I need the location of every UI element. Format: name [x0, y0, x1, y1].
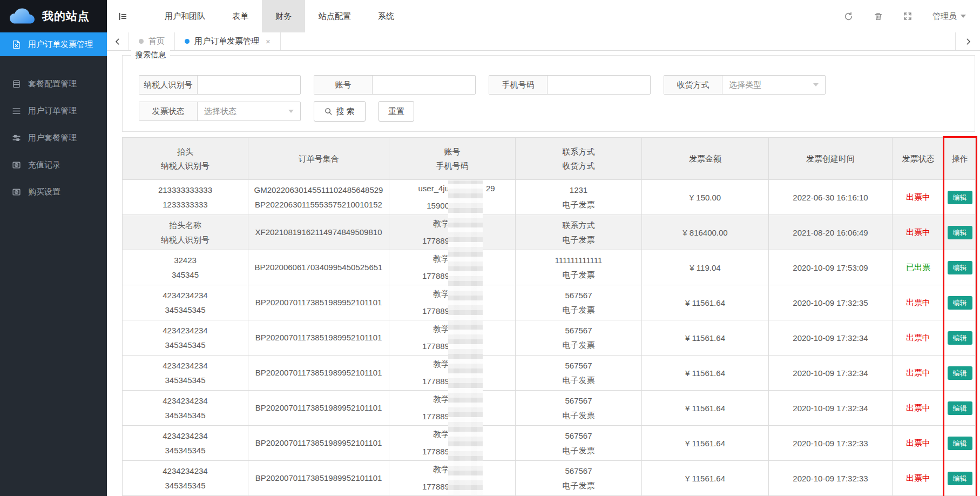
table-row: 32423345345BP20200606170340995450525651教… — [123, 250, 976, 285]
nav-item-system[interactable]: 系统 — [364, 0, 408, 32]
cell-amount: ¥ 119.04 — [642, 250, 769, 285]
phone-text: 177889 — [422, 446, 449, 458]
search-input-account[interactable] — [373, 76, 475, 94]
search-field-label: 收货方式 — [664, 76, 722, 94]
search-field-invoice-status: 发票状态选择状态 — [139, 102, 301, 121]
sidebar-collapse-button[interactable] — [107, 0, 138, 32]
cell-line: 567567 — [516, 465, 641, 477]
cell-title: 4234234234345345345 — [123, 461, 248, 496]
sidebar-item-user-order-invoice-mgmt[interactable]: 用户订单发票管理 — [0, 32, 107, 56]
cell-contact: 567567电子发票 — [516, 391, 642, 426]
search-field-phone: 手机号码 — [489, 75, 651, 95]
edit-button[interactable]: 编辑 — [948, 261, 972, 274]
cell-line: 4234234234 — [123, 360, 247, 372]
search-input-taxpayer-id[interactable] — [198, 76, 300, 94]
sidebar-item-label: 用户订单发票管理 — [28, 39, 93, 50]
table-row: 4234234234345345345BP2020070117385198995… — [123, 285, 976, 320]
cell-line: 电子发票 — [516, 199, 641, 211]
account-text: 教学 — [433, 323, 449, 335]
sidebar-item-package-config-mgmt[interactable]: 套餐配置管理 — [0, 72, 107, 96]
phone-text: 15900 — [427, 200, 449, 212]
cell-line: 345345345 — [123, 374, 247, 386]
tabs-scroll-right-button[interactable] — [955, 32, 980, 50]
invoice-table: 抬头纳税人识别号订单号集合账号手机号码联系方式收货方式发票金额发票创建时间发票状… — [122, 137, 976, 496]
cell-line: 1233333333 — [123, 199, 247, 211]
cell-amount: ¥ 11561.64 — [642, 391, 769, 426]
cell-status: 出票中 — [893, 356, 944, 391]
account-text: 教学 — [433, 218, 449, 230]
edit-button[interactable]: 编辑 — [948, 472, 972, 485]
search-select-invoice-status[interactable]: 选择状态 — [198, 102, 300, 120]
sidebar-item-label: 充值记录 — [28, 160, 60, 170]
refresh-icon[interactable] — [844, 12, 853, 21]
cell-status: 出票中 — [893, 391, 944, 426]
cell-contact: 567567电子发票 — [516, 320, 642, 356]
tabs-scroll-left-button[interactable] — [107, 32, 129, 50]
phone-text: 177889 — [422, 270, 449, 282]
search-input-phone[interactable] — [548, 76, 650, 94]
user-menu[interactable]: 管理员 — [932, 11, 966, 22]
cell-action: 编辑 — [944, 285, 976, 320]
account-text: 教学 — [433, 428, 449, 440]
cell-line: 567567 — [516, 290, 641, 301]
sidebar: 用户订单发票管理套餐配置管理用户订单管理用户套餐管理充值记录购买设置 — [0, 32, 107, 496]
edit-button[interactable]: 编辑 — [948, 191, 972, 204]
cell-status: 出票中 — [893, 461, 944, 496]
coin-icon — [12, 160, 21, 170]
cell-title: 2133333333331233333333 — [123, 180, 248, 215]
status-badge: 出票中 — [906, 473, 930, 482]
cell-line: 567567 — [516, 325, 641, 337]
sidebar-item-user-package-mgmt[interactable]: 用户套餐管理 — [0, 126, 107, 150]
cell-title: 4234234234345345345 — [123, 285, 248, 320]
nav-item-site-config[interactable]: 站点配置 — [305, 0, 364, 32]
search-field-label: 发票状态 — [139, 102, 198, 120]
search-field-account: 账号 — [314, 75, 476, 95]
account-text: 教学 — [433, 393, 449, 405]
tab-user-order-invoice-mgmt[interactable]: 用户订单发票管理× — [174, 32, 281, 50]
reset-button[interactable]: 重置 — [379, 101, 414, 122]
status-badge: 出票中 — [906, 438, 930, 447]
cell-line: 电子发票 — [516, 480, 641, 492]
trash-icon[interactable] — [874, 12, 883, 21]
tab-close-icon[interactable]: × — [266, 37, 271, 46]
cell-line: 电子发票 — [516, 234, 641, 246]
table-row: 4234234234345345345BP2020070117385198995… — [123, 461, 976, 496]
search-button[interactable]: 搜 索 — [314, 101, 366, 122]
sidebar-item-user-order-mgmt[interactable]: 用户订单管理 — [0, 99, 107, 123]
header-line: 抬头 — [123, 146, 247, 158]
cell-line: 567567 — [516, 395, 641, 407]
cell-created: 2020-10-09 17:53:09 — [769, 250, 893, 285]
header-line: 收货方式 — [516, 160, 641, 172]
chevron-down-icon — [288, 110, 294, 113]
table-row: 4234234234345345345BP2020070117385198995… — [123, 356, 976, 391]
cell-orders: GM20220630145511102485648529BP2022063011… — [248, 180, 389, 215]
cell-line: 电子发票 — [516, 269, 641, 281]
edit-button[interactable]: 编辑 — [948, 401, 972, 415]
user-name: 管理员 — [932, 11, 957, 22]
nav-item-forms[interactable]: 表单 — [219, 0, 262, 32]
nav-item-finance[interactable]: 财务 — [262, 0, 305, 32]
fullscreen-icon[interactable] — [903, 12, 912, 21]
phone-text: 177889 — [422, 376, 449, 387]
cell-line: 电子发票 — [516, 410, 641, 421]
search-select-delivery-method[interactable]: 选择类型 — [722, 76, 825, 94]
edit-button[interactable]: 编辑 — [948, 437, 972, 450]
cell-line: BP20200701173851989952101101 — [249, 437, 388, 449]
site-logo[interactable]: 我的站点 — [0, 0, 107, 32]
cell-action: 编辑 — [944, 215, 976, 250]
cell-created: 2021-08-20 16:06:49 — [769, 215, 893, 250]
edit-button[interactable]: 编辑 — [948, 226, 972, 239]
edit-button[interactable]: 编辑 — [948, 331, 972, 345]
edit-button[interactable]: 编辑 — [948, 366, 972, 380]
header-line: 联系方式 — [516, 146, 641, 158]
cell-line: 电子发票 — [516, 445, 641, 457]
edit-button[interactable]: 编辑 — [948, 296, 972, 310]
sidebar-item-recharge-records[interactable]: 充值记录 — [0, 153, 107, 177]
cell-line: BP20200701173851989952101101 — [249, 472, 388, 484]
cell-status: 出票中 — [893, 180, 944, 215]
cell-title: 4234234234345345345 — [123, 391, 248, 426]
tab-home[interactable]: 首页 — [129, 32, 174, 50]
cell-amount: ¥ 11561.64 — [642, 356, 769, 391]
nav-item-users-teams[interactable]: 用户和团队 — [151, 0, 219, 32]
sidebar-item-purchase-settings[interactable]: 购买设置 — [0, 180, 107, 204]
